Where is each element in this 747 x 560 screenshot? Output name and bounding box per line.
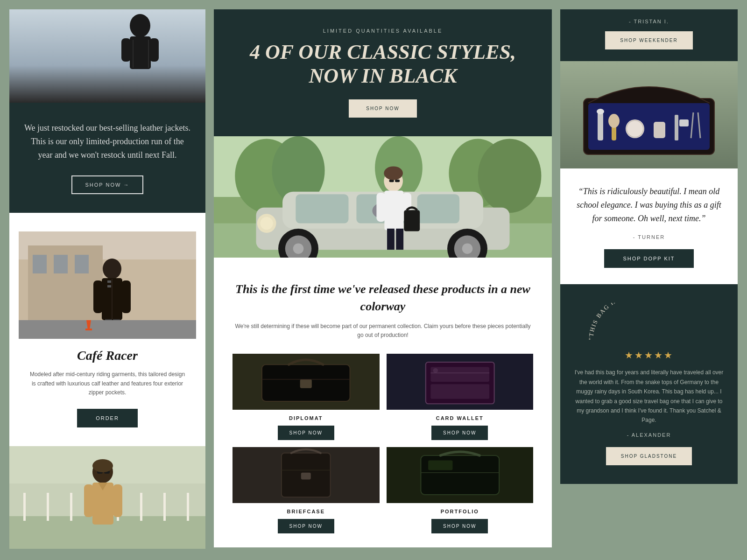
tristan-reviewer: - TRISTAN I. — [574, 19, 724, 24]
portfolio-shop-button[interactable]: SHOP NOW — [431, 519, 488, 533]
svg-point-89 — [433, 368, 437, 373]
svg-point-14 — [103, 259, 121, 279]
limited-label: LIMITED QUANTITIES AVAILABLE — [228, 28, 538, 34]
svg-rect-1 — [9, 9, 205, 103]
svg-rect-13 — [75, 255, 89, 273]
svg-rect-99 — [428, 461, 452, 470]
intro-desc: We're still determining if these will be… — [233, 322, 533, 340]
cafe-racer-title: Café Racer — [19, 348, 196, 363]
svg-rect-16 — [93, 280, 103, 313]
svg-rect-105 — [598, 112, 603, 140]
svg-rect-5 — [149, 38, 159, 62]
svg-rect-93 — [301, 473, 311, 480]
svg-point-77 — [384, 167, 403, 180]
svg-rect-43 — [113, 484, 122, 517]
portfolio-image — [387, 447, 534, 503]
svg-rect-20 — [107, 285, 111, 287]
cafe-racer-desc: Modeled after mid-century riding garment… — [19, 370, 196, 397]
portfolio-name: PORTFOLIO — [387, 509, 534, 514]
svg-rect-34 — [140, 493, 142, 521]
svg-rect-73 — [396, 229, 403, 250]
arc-text-decoration: "THIS BAG HAS HELD UP" — [574, 303, 724, 345]
cafe-racer-image — [19, 231, 196, 339]
shop-weekender-button[interactable]: SHOP WEEKENDER — [605, 31, 692, 49]
svg-rect-86 — [430, 367, 489, 382]
briefcase-image — [233, 447, 380, 503]
svg-point-109 — [626, 119, 644, 138]
svg-rect-25 — [85, 329, 92, 330]
right-review-section: “This is ridiculously beautiful. I mean … — [560, 168, 738, 284]
svg-rect-29 — [23, 493, 26, 521]
briefcase-shop-button[interactable]: SHOP NOW — [278, 519, 334, 533]
card-wallet-shop-button[interactable]: SHOP NOW — [431, 426, 488, 440]
left-bottom-image — [9, 446, 205, 549]
left-hero-image — [9, 9, 205, 103]
svg-point-51 — [478, 139, 542, 213]
left-shop-now-button[interactable]: SHOP NOW → — [71, 175, 144, 194]
left-column: We just restocked our best-selling leath… — [9, 9, 205, 549]
right-top-dark: - TRISTAN I. SHOP WEEKENDER — [560, 9, 738, 61]
center-top-dark: LIMITED QUANTITIES AVAILABLE 4 OF OUR CL… — [214, 9, 552, 136]
card-wallet-card: CARD WALLET SHOP NOW — [387, 354, 534, 440]
products-grid: DIPLOMAT SHOP NOW — [233, 354, 533, 533]
diplomat-card: DIPLOMAT SHOP NOW — [233, 354, 380, 440]
car-image — [214, 136, 552, 258]
dopp-kit-image — [560, 61, 738, 168]
svg-point-45 — [92, 459, 113, 472]
svg-rect-74 — [404, 210, 420, 231]
card-wallet-name: CARD WALLET — [387, 415, 534, 421]
center-column: LIMITED QUANTITIES AVAILABLE 4 OF OUR CL… — [214, 9, 552, 547]
svg-rect-76 — [395, 180, 400, 182]
svg-text:"THIS BAG HAS HELD UP": "THIS BAG HAS HELD UP" — [587, 303, 663, 340]
svg-rect-31 — [70, 493, 72, 521]
order-button[interactable]: ORDER — [77, 409, 138, 427]
svg-rect-12 — [54, 255, 68, 273]
svg-rect-112 — [675, 115, 678, 140]
svg-point-106 — [597, 109, 604, 114]
svg-point-108 — [608, 114, 620, 128]
svg-rect-81 — [300, 379, 312, 388]
briefcase-name: BRIEFCASE — [233, 509, 380, 514]
svg-rect-42 — [84, 484, 93, 517]
svg-rect-30 — [47, 493, 49, 521]
alexander-reviewer: - ALEXANDER — [574, 432, 724, 438]
stars: ★★★★★ — [574, 350, 724, 361]
alexander-review: I've had this bag for years and literall… — [574, 368, 724, 425]
right-column: - TRISTAN I. SHOP WEEKENDER — [560, 9, 738, 484]
svg-rect-11 — [33, 255, 47, 273]
svg-rect-69 — [384, 191, 403, 231]
svg-point-61 — [293, 244, 304, 254]
turner-reviewer: - TURNER — [574, 234, 724, 240]
diplomat-shop-button[interactable]: SHOP NOW — [278, 426, 334, 440]
svg-rect-56 — [296, 195, 348, 224]
svg-rect-36 — [187, 493, 189, 521]
svg-point-64 — [462, 244, 473, 254]
svg-rect-4 — [121, 38, 131, 62]
left-body-text: We just restocked our best-selling leath… — [23, 121, 191, 161]
diplomat-name: DIPLOMAT — [233, 415, 380, 421]
shop-dopp-kit-button[interactable]: SHOP DOPP KIT — [604, 249, 693, 268]
svg-rect-19 — [107, 280, 111, 283]
left-dark-section: We just restocked our best-selling leath… — [9, 103, 205, 213]
right-bottom-dark: "THIS BAG HAS HELD UP" ★★★★★ I've had th… — [560, 284, 738, 483]
svg-point-66 — [261, 217, 273, 230]
svg-rect-35 — [163, 493, 166, 521]
card-wallet-image — [387, 354, 534, 410]
svg-rect-87 — [430, 385, 489, 399]
shop-gladstone-button[interactable]: SHOP GLADSTONE — [606, 447, 692, 465]
center-shop-now-button[interactable]: SHOP NOW — [349, 99, 416, 118]
intro-headline: This is the first time we've released th… — [233, 281, 533, 315]
turner-quote: “This is ridiculously beautiful. I mean … — [574, 185, 724, 225]
portfolio-card: PORTFOLIO SHOP NOW — [387, 447, 534, 533]
svg-rect-111 — [654, 122, 665, 138]
svg-rect-72 — [387, 229, 395, 250]
briefcase-card: BRIEFCASE SHOP NOW — [233, 447, 380, 533]
svg-rect-17 — [121, 280, 131, 313]
cafe-racer-section: Café Racer Modeled after mid-century rid… — [9, 213, 205, 446]
main-headline: 4 OF OUR CLASSIC STYLES, NOW IN BLACK — [228, 41, 538, 88]
svg-rect-70 — [376, 193, 385, 222]
center-products-section: This is the first time we've released th… — [214, 258, 552, 547]
diplomat-image — [233, 354, 380, 410]
svg-rect-113 — [679, 119, 689, 126]
svg-rect-58 — [417, 195, 460, 224]
